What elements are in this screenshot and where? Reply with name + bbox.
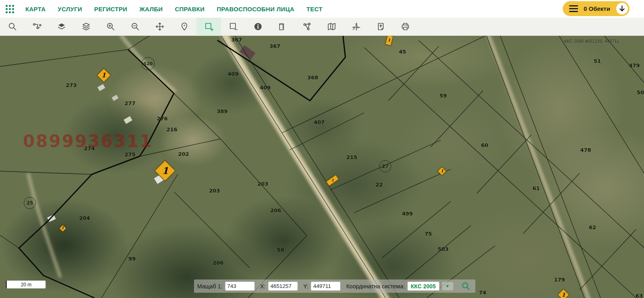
- object-marker-label: 1: [162, 166, 168, 176]
- zoom-out-icon: [130, 22, 140, 31]
- object-marker-label: 1: [102, 72, 106, 79]
- nav-menu: КАРТА УСЛУГИ РЕГИСТРИ ЖАЛБИ СПРАВКИ ПРАВ…: [25, 6, 322, 12]
- object-marker-label: 1: [331, 179, 334, 182]
- layers-stack-icon: [81, 22, 91, 31]
- y-input[interactable]: [311, 281, 341, 291]
- objects-count-label: 0 Обекти: [584, 5, 610, 12]
- crs-select[interactable]: ККС 2005: [407, 281, 440, 291]
- crs-caret-button[interactable]: ▼: [442, 282, 453, 290]
- app-window: КАРТА УСЛУГИ РЕГИСТРИ ЖАЛБИ СПРАВКИ ПРАВ…: [0, 0, 644, 298]
- download-arrow-button[interactable]: [616, 3, 628, 14]
- watermark-text: 0899936311: [23, 131, 153, 151]
- arrow-down-icon: [619, 6, 625, 12]
- nav-item-test[interactable]: ТЕСТ: [306, 6, 322, 12]
- object-marker-label: 1: [388, 38, 390, 42]
- nav-item-registri[interactable]: РЕГИСТРИ: [94, 6, 127, 12]
- pan-tool-button[interactable]: [147, 18, 172, 36]
- layers-filled-icon: [57, 22, 66, 31]
- main-boundary-line: [19, 36, 345, 298]
- search-tool-button[interactable]: [0, 18, 25, 36]
- hamburger-icon[interactable]: [569, 5, 578, 12]
- export-tool-button[interactable]: [368, 18, 393, 36]
- apps-grid-icon[interactable]: [6, 5, 14, 13]
- info-tool-button[interactable]: [246, 18, 270, 36]
- object-marker-label: 1: [561, 292, 565, 297]
- location-pin-icon: [180, 22, 189, 31]
- measure-icon: [278, 22, 287, 31]
- y-label: Y:: [303, 283, 308, 290]
- statusbar-search-button[interactable]: [461, 281, 471, 291]
- zoom-out-tool-button[interactable]: [123, 18, 147, 36]
- select-rect-add-tool-button[interactable]: [196, 18, 221, 36]
- axes-icon: [351, 22, 361, 31]
- print-tool-button[interactable]: [393, 18, 417, 36]
- x-input[interactable]: [268, 281, 298, 291]
- nav-item-karta[interactable]: КАРТА: [25, 6, 45, 12]
- axes-tool-button[interactable]: [344, 18, 368, 36]
- scale-input[interactable]: [225, 281, 255, 291]
- object-marker-label: 1: [62, 226, 64, 230]
- map-statusbar: Мащаб 1: X: Y: Координатна система: ККС …: [194, 279, 475, 293]
- location-pin-tool-button[interactable]: [172, 18, 196, 36]
- objects-pill[interactable]: 0 Обекти: [563, 1, 630, 16]
- map-tool-button[interactable]: [319, 18, 344, 36]
- statusbar-search-icon: [461, 281, 471, 291]
- select-rect-remove-tool-button[interactable]: [221, 18, 246, 36]
- print-icon: [400, 22, 410, 31]
- info-icon: [253, 22, 263, 31]
- layers-stack-tool-button[interactable]: [74, 18, 98, 36]
- export-icon: [376, 22, 386, 31]
- layers-filled-tool-button[interactable]: [49, 18, 74, 36]
- cursor-coords-readout: ККС 2005 4651239, 449711: [564, 39, 619, 43]
- map-toolbar: [0, 18, 644, 36]
- scale-bar-label: 20 m: [21, 282, 32, 288]
- scale-label: Мащаб 1:: [197, 283, 223, 290]
- scale-bar: 20 m: [6, 280, 46, 289]
- map-icon: [327, 22, 336, 31]
- select-rect-add-icon: [204, 22, 214, 31]
- object-marker-label: 1: [441, 169, 444, 173]
- measure-tool-button[interactable]: [270, 18, 295, 36]
- crs-label: Координатна система:: [346, 283, 405, 290]
- share-nodes-tool-button[interactable]: [295, 18, 319, 36]
- pan-icon: [155, 22, 165, 31]
- zoom-in-icon: [106, 22, 116, 31]
- top-navbar: КАРТА УСЛУГИ РЕГИСТРИ ЖАЛБИ СПРАВКИ ПРАВ…: [0, 0, 644, 18]
- search-icon: [8, 22, 17, 31]
- zoom-in-tool-button[interactable]: [98, 18, 123, 36]
- route-tool-button[interactable]: [25, 18, 49, 36]
- nav-item-pravosposobni-litsa[interactable]: ПРАВОСПОСОБНИ ЛИЦА: [217, 6, 294, 12]
- caret-down-icon: ▼: [446, 284, 450, 288]
- route-icon: [32, 22, 42, 31]
- nav-item-spravki[interactable]: СПРАВКИ: [175, 6, 204, 12]
- nav-item-uslugi[interactable]: УСЛУГИ: [58, 6, 82, 12]
- share-nodes-icon: [302, 22, 312, 31]
- select-rect-remove-icon: [229, 22, 238, 31]
- nav-item-zhalbi[interactable]: ЖАЛБИ: [139, 6, 163, 12]
- x-label: X:: [260, 283, 266, 290]
